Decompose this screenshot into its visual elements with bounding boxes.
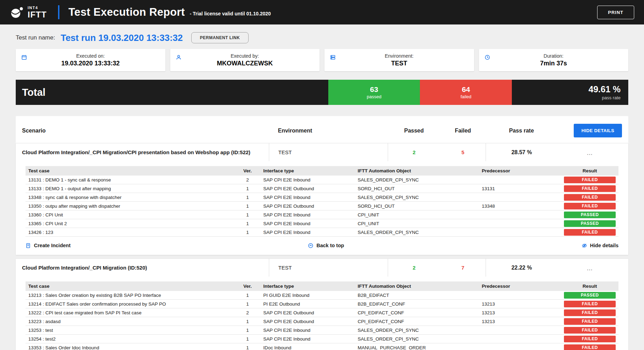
- testcase-version: 1: [232, 328, 263, 333]
- result-badge: FAILED: [564, 185, 616, 192]
- back-to-top-label: Back to top: [316, 243, 344, 248]
- testcase-version: 1: [232, 186, 263, 191]
- int4-iftt-logo: INT4 IFTT: [10, 6, 47, 19]
- total-failed-count: 64: [462, 85, 470, 94]
- scenario-summary-row: Cloud Platform Integration/_CPI Migratio…: [16, 258, 628, 277]
- total-failed-segment: 64 failed: [420, 80, 512, 105]
- testcase-automation-object: CPI_EDIFACT_CONF: [358, 319, 482, 324]
- license-notice: - Trial license valid until 01.10.2020: [190, 11, 271, 16]
- hide-details-label: Hide details: [590, 243, 618, 248]
- testcase-row: 13254 : test2 1 SAP CPI E2E Inbound SALE…: [26, 335, 618, 343]
- testcase-result-cell: FAILED: [564, 177, 616, 183]
- executed-on-card: Executed on: 19.03.2020 13:33:32: [16, 49, 165, 71]
- testcase-result-cell: FAILED: [564, 194, 616, 201]
- scenario-passed-count: 2: [388, 259, 440, 277]
- testcase-name: 13350 : outpu after mapping with dispatc…: [28, 203, 232, 209]
- testcase-automation-object: B2B_EDIFACT_CONF: [358, 301, 482, 307]
- testcase-interface-type: SAP CPI E2E Inbound: [263, 230, 358, 235]
- scenario-environment: TEST: [269, 143, 388, 161]
- testcase-automation-object: SALES_ORDER_CPI_SYNC: [358, 195, 482, 200]
- testcase-interface-type: SAP CPI E2E Inbound: [263, 221, 358, 226]
- result-badge: FAILED: [564, 336, 616, 342]
- col-version: Ver.: [232, 284, 263, 289]
- result-badge: FAILED: [564, 301, 616, 307]
- testcase-row: 13360 : CPI Unit 1 SAP CPI E2E Inbound C…: [26, 210, 618, 219]
- ellipsis-menu-icon[interactable]: ...: [585, 151, 595, 154]
- testcase-predecessor: 13213: [482, 310, 564, 315]
- card-label: Executed on:: [76, 53, 105, 59]
- col-test-case: Test case: [28, 168, 232, 173]
- arrow-up-circle-icon: [308, 243, 313, 248]
- testcase-automation-object: CPI_UNIT: [358, 221, 482, 226]
- card-label: Executed by:: [231, 53, 259, 59]
- executed-by-card: Executed by: MKOWALCZEWSK: [170, 49, 320, 71]
- testcase-interface-type: SAP CPI E2E Inbound: [263, 336, 358, 342]
- col-pass-rate: Pass rate: [486, 128, 557, 134]
- back-to-top-link[interactable]: Back to top: [308, 243, 344, 248]
- logo-brand-bottom: IFTT: [28, 10, 47, 19]
- testcase-result-cell: FAILED: [564, 309, 616, 316]
- hide-details-button[interactable]: HIDE DETAILS: [574, 124, 622, 137]
- environment-card: Environment: TEST: [324, 49, 474, 71]
- test-run-name-label: Test run name:: [16, 34, 55, 41]
- total-label: Total: [16, 80, 328, 105]
- col-version: Ver.: [232, 168, 263, 173]
- scenario-pass-rate: 22.22 %: [486, 259, 557, 277]
- scenario-footer: Create Incident Back to top Hide details: [16, 237, 628, 255]
- testcase-version: 2: [232, 310, 263, 315]
- testcase-name: 13214 : EDIFACT Sales order confirmation…: [28, 301, 232, 307]
- hide-details-link[interactable]: Hide details: [582, 243, 618, 248]
- environment-icon: [330, 55, 336, 60]
- testcase-interface-type: PI GUID E2E Inbound: [263, 293, 358, 298]
- result-badge: FAILED: [564, 203, 616, 209]
- scenario-passed-count: 2: [388, 143, 440, 161]
- total-passed-segment: 63 passed: [328, 80, 420, 105]
- testcase-version: 1: [232, 230, 263, 235]
- permanent-link-button[interactable]: PERMANENT LINK: [191, 32, 249, 43]
- testcase-version: 1: [232, 195, 263, 200]
- testcase-row: 13131 : DEMO 1 - sync call & response 2 …: [26, 176, 618, 184]
- testcase-version: 1: [232, 319, 263, 324]
- result-badge: FAILED: [564, 229, 616, 236]
- testcase-result-cell: PASSED: [564, 220, 616, 227]
- result-badge: PASSED: [564, 212, 616, 218]
- testcase-row: 13213 : Sales Order creation by existing…: [26, 291, 618, 300]
- col-result: Result: [564, 168, 616, 173]
- scenario-menu-cell: ...: [557, 266, 622, 270]
- total-pass-rate-label: pass rate: [602, 95, 621, 101]
- test-run-name-value: Test run 19.03.2020 13:33:32: [60, 33, 183, 43]
- testcase-interface-type: SAP CPI E2E Inbound: [263, 212, 358, 217]
- testcase-rows: 13213 : Sales Order creation by existing…: [26, 291, 618, 350]
- scenario-title: Cloud Platform Integration/_CPI Migratio…: [22, 265, 269, 271]
- testcase-name: 13348 : sync call & response with dispat…: [28, 195, 232, 200]
- ellipsis-menu-icon[interactable]: ...: [585, 266, 595, 270]
- create-incident-link[interactable]: Create Incident: [26, 243, 71, 248]
- testcase-interface-type: SAP CPI E2E Outbound: [263, 186, 358, 191]
- result-badge: FAILED: [564, 318, 616, 325]
- col-scenario: Scenario: [22, 128, 269, 134]
- testcase-interface-type: SAP CPI E2E Outbound: [263, 203, 358, 209]
- testcase-result-cell: FAILED: [564, 203, 616, 209]
- testcase-interface-type: PI E2E Outbound: [263, 301, 358, 307]
- calendar-icon: [21, 55, 27, 60]
- logo-brand-top: INT4: [28, 6, 47, 10]
- card-value: 19.03.2020 13:33:32: [61, 60, 120, 67]
- print-button[interactable]: PRINT: [597, 6, 634, 19]
- col-failed: Failed: [440, 128, 486, 134]
- app-header: INT4 IFTT Test Execution Report - Trial …: [0, 0, 644, 24]
- testcase-version: 1: [232, 212, 263, 217]
- testcase-table-header: Test case Ver. Interface type IFTT Autom…: [26, 281, 618, 291]
- testcase-row: 13222 : CPI test case migrated from SAP …: [26, 308, 618, 317]
- testcase-row: 13348 : sync call & response with dispat…: [26, 193, 618, 202]
- testcase-version: 1: [232, 345, 263, 350]
- test-run-row: Test run name: Test run 19.03.2020 13:33…: [0, 24, 644, 48]
- total-failed-label: failed: [460, 94, 471, 100]
- testcase-name: 13353 : Sales Order Idoc Inbound: [28, 345, 232, 350]
- testcase-name: 13360 : CPI Unit: [28, 212, 232, 217]
- testcase-automation-object: SALES_ORDER_CPI_SYNC: [358, 328, 482, 333]
- testcase-name: 13365 : CPI Unit 2: [28, 221, 232, 226]
- testcase-automation-object: MANUAL_PURCHASE_ORDER: [358, 345, 482, 350]
- result-badge: PASSED: [564, 292, 616, 299]
- col-interface-type: Interface type: [263, 168, 358, 173]
- card-label: Duration:: [544, 53, 564, 59]
